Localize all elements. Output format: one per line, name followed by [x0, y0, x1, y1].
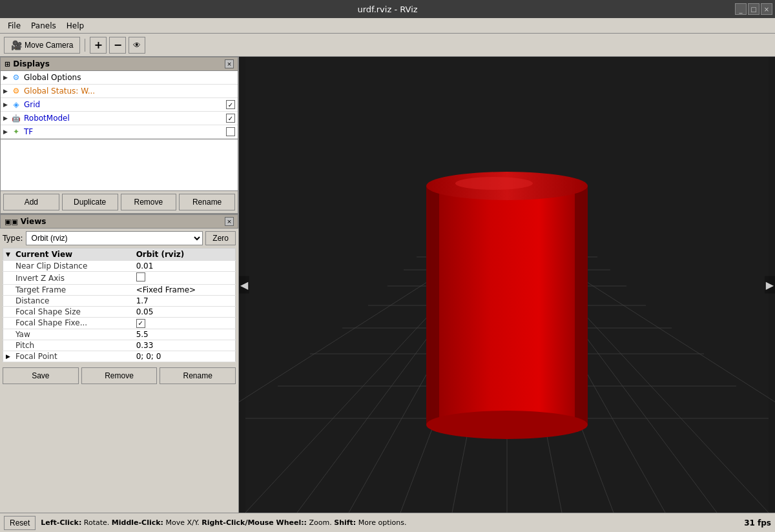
cv-row-focal-shape-size: Focal Shape Size 0.05	[3, 307, 236, 318]
properties-area	[0, 139, 238, 191]
views-panel-icon: ▣▣	[5, 218, 18, 226]
remove-display-button[interactable]: −	[109, 37, 126, 54]
menu-panels[interactable]: Panels	[26, 20, 61, 32]
distance-value[interactable]: 1.7	[134, 296, 236, 307]
cv-row-focal-shape-fixe: Focal Shape Fixe... ✓	[3, 318, 236, 329]
global-status-label: Global Status: W...	[24, 87, 235, 96]
cv-row-target-frame: Target Frame <Fixed Frame>	[3, 285, 236, 296]
titlebar: urdf.rviz - RViz _ □ ×	[0, 0, 775, 18]
expand-icon: ▶	[3, 128, 11, 135]
viewport-left-arrow[interactable]: ◀	[239, 276, 249, 294]
focal-shape-fixe-label: Focal Shape Fixe...	[13, 318, 134, 329]
target-frame-label: Target Frame	[13, 285, 134, 296]
tf-checkbox[interactable]	[226, 127, 235, 136]
distance-label: Distance	[13, 296, 134, 307]
tf-label: TF	[24, 127, 223, 136]
zero-button[interactable]: Zero	[205, 231, 236, 245]
display-item-robotmodel[interactable]: ▶ 🤖 RobotModel ✓	[1, 112, 238, 125]
viewport[interactable]: ◀ ▶	[239, 57, 775, 513]
grid-checkbox[interactable]: ✓	[226, 100, 235, 109]
svg-point-27	[426, 411, 588, 439]
minimize-button[interactable]: _	[735, 3, 747, 15]
remove-button[interactable]: Remove	[121, 194, 177, 210]
global-options-label: Global Options	[24, 73, 235, 82]
right-click-label: Right-Click/Mouse Wheel:: Zoom.	[202, 518, 334, 527]
display-item-global-status[interactable]: ▶ ⚙ Global Status: W...	[1, 85, 238, 98]
expand-icon: ▶	[3, 101, 11, 108]
focal-shape-size-value[interactable]: 0.05	[134, 307, 236, 318]
views-remove-button[interactable]: Remove	[81, 367, 158, 384]
middle-click-label: Middle-Click: Move X/Y.	[112, 518, 202, 527]
display-item-global-options[interactable]: ▶ ⚙ Global Options	[1, 71, 238, 85]
grid-svg	[239, 57, 775, 513]
fps-label: 31 fps	[744, 518, 771, 527]
views-content: Type: Orbit (rviz) Zero ▼ Current View O…	[0, 229, 238, 365]
expand-icon: ▶	[3, 88, 11, 94]
menubar: File Panels Help	[0, 18, 775, 34]
yaw-value[interactable]: 5.5	[134, 329, 236, 340]
invert-z-checkbox[interactable]	[134, 272, 236, 285]
cv-row-focal-point: ▶ Focal Point 0; 0; 0	[3, 351, 236, 362]
display-item-grid[interactable]: ▶ ◈ Grid ✓	[1, 98, 238, 112]
current-view-table: ▼ Current View Orbit (rviz) Near Clip Di…	[3, 248, 236, 362]
duplicate-button[interactable]: Duplicate	[62, 194, 118, 210]
yaw-label: Yaw	[13, 329, 134, 340]
main-layout: ⊞ Displays × ▶ ⚙ Global Options ▶ ⚙ Glob…	[0, 57, 775, 513]
toolbar-separator	[85, 39, 85, 52]
svg-rect-25	[426, 186, 439, 425]
camera-view-button[interactable]: 👁	[129, 37, 145, 54]
displays-list: ▶ ⚙ Global Options ▶ ⚙ Global Status: W.…	[0, 71, 238, 139]
views-save-button[interactable]: Save	[3, 367, 79, 384]
focal-point-value[interactable]: 0; 0; 0	[134, 351, 236, 362]
displays-panel-header: ⊞ Displays ×	[0, 57, 238, 71]
close-button[interactable]: ×	[761, 3, 772, 15]
cv-row-near-clip: Near Clip Distance 0.01	[3, 261, 236, 272]
add-button[interactable]: Add	[3, 194, 59, 210]
status-text: Left-Click: Rotate. Middle-Click: Move X…	[41, 518, 739, 527]
menu-help[interactable]: Help	[61, 20, 89, 32]
expand-icon: ▶	[3, 74, 11, 81]
svg-rect-24	[426, 186, 588, 425]
display-item-tf[interactable]: ▶ ✦ TF	[1, 125, 238, 139]
views-panel: ▣▣ Views × Type: Orbit (rviz) Zero ▼ Cur…	[0, 214, 238, 387]
focal-shape-fixe-checkbox[interactable]: ✓	[134, 318, 236, 329]
type-label: Type:	[3, 234, 23, 243]
global-status-icon: ⚙	[11, 86, 21, 96]
add-display-button[interactable]: +	[90, 37, 107, 54]
near-clip-label: Near Clip Distance	[13, 261, 134, 272]
focal-point-label: Focal Point	[13, 351, 134, 362]
pitch-value[interactable]: 0.33	[134, 340, 236, 351]
camera-icon: 🎥	[11, 40, 22, 50]
invert-z-label: Invert Z Axis	[13, 272, 134, 285]
cv-row-yaw: Yaw 5.5	[3, 329, 236, 340]
rename-button[interactable]: Rename	[179, 194, 235, 210]
current-view-label: Current View	[13, 249, 134, 261]
expand-icon: ▶	[3, 115, 11, 121]
left-click-label: Left-Click: Rotate.	[41, 518, 111, 527]
pitch-label: Pitch	[13, 340, 134, 351]
left-panel: ⊞ Displays × ▶ ⚙ Global Options ▶ ⚙ Glob…	[0, 57, 239, 513]
focal-point-expand: ▶	[3, 351, 13, 362]
displays-panel: ⊞ Displays × ▶ ⚙ Global Options ▶ ⚙ Glob…	[0, 57, 238, 214]
near-clip-value[interactable]: 0.01	[134, 261, 236, 272]
views-panel-close[interactable]: ×	[225, 217, 234, 226]
window-controls[interactable]: _ □ ×	[735, 3, 772, 15]
svg-point-29	[455, 177, 533, 190]
current-view-header-row: ▼ Current View Orbit (rviz)	[3, 249, 236, 261]
menu-file[interactable]: File	[3, 20, 26, 32]
maximize-button[interactable]: □	[748, 3, 760, 15]
viewport-right-arrow[interactable]: ▶	[765, 276, 775, 294]
window-title: urdf.rviz - RViz	[357, 5, 417, 14]
cylinder	[426, 172, 588, 439]
target-frame-value[interactable]: <Fixed Frame>	[134, 285, 236, 296]
svg-rect-26	[575, 186, 588, 425]
move-camera-button[interactable]: 🎥 Move Camera	[4, 37, 80, 54]
global-options-icon: ⚙	[11, 72, 21, 83]
reset-button[interactable]: Reset	[4, 516, 36, 530]
displays-panel-close[interactable]: ×	[225, 59, 234, 68]
views-buttons: Save Remove Rename	[0, 365, 238, 387]
grid-label: Grid	[24, 100, 223, 109]
type-select[interactable]: Orbit (rviz)	[26, 231, 203, 245]
views-rename-button[interactable]: Rename	[160, 367, 236, 384]
robotmodel-checkbox[interactable]: ✓	[226, 114, 235, 123]
